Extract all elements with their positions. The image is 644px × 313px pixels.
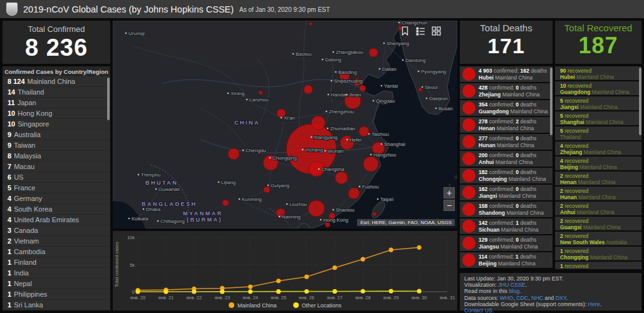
case-bubble-fujian[interactable]	[348, 188, 360, 199]
data-point[interactable]	[361, 257, 365, 261]
data-point[interactable]	[389, 289, 393, 293]
case-bubble-inner-mongolia[interactable]	[309, 23, 313, 26]
case-bubble-jiangxi[interactable]	[335, 172, 348, 184]
confirmed-row[interactable]: 8Malaysia	[3, 151, 110, 161]
confirmed-row[interactable]: 11Japan	[3, 98, 110, 108]
recovered-row[interactable]: 4 recoveredBeijing Mainland China	[555, 156, 641, 170]
confirmed-row[interactable]: 5France	[3, 183, 110, 193]
deaths-row[interactable]: 114 confirmed; 1 deathsBeijing Mainland …	[460, 252, 553, 268]
recovered-row[interactable]: 2 recoveredGuangxi Mainland China	[555, 217, 641, 230]
recovered-row[interactable]: 2 recoveredNew South Wales Australia	[555, 232, 641, 245]
info-link[interactable]: DXY	[556, 295, 566, 301]
legend-item-mainland-china[interactable]: Mainland China	[229, 302, 277, 309]
data-point[interactable]	[164, 289, 168, 294]
confirmed-row[interactable]: 10Singapore	[3, 119, 110, 129]
confirmed-row[interactable]: 9Australia	[3, 130, 110, 140]
info-link[interactable]: Contact US.	[464, 307, 494, 313]
data-point[interactable]	[304, 289, 309, 294]
confirmed-row[interactable]: 6US	[3, 172, 110, 182]
info-link[interactable]: blog	[509, 288, 519, 294]
zoom-in-button[interactable]: +	[444, 187, 455, 198]
deaths-row[interactable]: 277 confirmed; 0 deathsHunan Mainland Ch…	[460, 134, 553, 150]
map-panel[interactable]: CHINABHUTANBANGLADESHMYANMAR(BURMA)Urumq…	[113, 21, 457, 228]
data-point[interactable]	[220, 289, 224, 294]
data-point[interactable]	[276, 289, 281, 294]
case-bubble-zhejiang[interactable]	[363, 156, 378, 172]
data-point[interactable]	[276, 279, 281, 283]
case-bubble-gansu[interactable]	[259, 91, 262, 95]
data-point[interactable]	[361, 289, 365, 294]
confirmed-row[interactable]: 1Philippines	[3, 289, 110, 299]
info-link[interactable]: JHU CSSE	[498, 282, 526, 288]
recovered-row[interactable]: 5 recoveredThailand	[555, 126, 641, 140]
bookmark-icon[interactable]	[400, 26, 410, 36]
timeline-chart[interactable]: янв. 20янв. 21янв. 22янв. 23янв. 24янв. …	[113, 231, 457, 310]
deaths-row[interactable]: 200 confirmed; 0 deathsAnhui Mainland Ch…	[460, 151, 553, 167]
data-point[interactable]	[192, 289, 196, 294]
confirmed-row[interactable]: 2Vietnam	[3, 236, 110, 246]
case-bubble-yunnan[interactable]	[222, 200, 229, 206]
recovered-row[interactable]: 5 recoveredJiangxi Mainland China	[555, 96, 641, 110]
data-point[interactable]	[333, 265, 337, 270]
deaths-scrollbar[interactable]	[550, 68, 553, 135]
deaths-row[interactable]: 182 confirmed; 0 deathsChongqing Mainlan…	[460, 168, 553, 183]
deaths-row[interactable]: 162 confirmed; 0 deathsJiangxi Mainland …	[460, 185, 553, 200]
confirmed-row[interactable]: 1Nepal	[3, 279, 110, 289]
recovered-row[interactable]: 4 recoveredZhejiang Mainland China	[555, 141, 641, 155]
case-bubble-sichuan[interactable]	[228, 148, 239, 160]
recovered-row[interactable]: 10 recoveredGuangdong Mainland China	[555, 81, 641, 95]
recovered-row[interactable]: 5 recoveredShanghai Mainland China	[555, 111, 641, 125]
recovered-row[interactable]: 90 recoveredHubei Mainland China	[555, 66, 641, 80]
info-link[interactable]: Here	[588, 301, 600, 307]
case-bubble-guizhou[interactable]	[264, 187, 270, 193]
confirmed-row[interactable]: 4Germany	[3, 193, 110, 203]
deaths-row[interactable]: 4 903 confirmed; 162 deathsHubei Mainlan…	[460, 66, 553, 82]
data-point[interactable]	[389, 248, 393, 252]
confirmed-row[interactable]: 1Sri Lanka	[3, 300, 110, 310]
deaths-row[interactable]: 158 confirmed; 0 deathsShandong Mainland…	[460, 202, 553, 217]
recovered-row[interactable]: 2 recoveredHunan Mainland China	[555, 187, 641, 200]
case-bubble-liaoning[interactable]	[369, 48, 378, 57]
info-link[interactable]: NHC	[531, 295, 543, 301]
confirmed-row[interactable]: 10Hong Kong	[3, 108, 110, 118]
confirmed-row[interactable]: 1Finland	[3, 257, 110, 267]
deaths-row[interactable]: 278 confirmed; 2 deathsHenan Mainland Ch…	[460, 117, 553, 133]
data-point[interactable]	[304, 275, 309, 279]
recovered-row[interactable]: 1 recoveredChongqing Mainland China	[555, 247, 641, 260]
case-bubble-jiangsu[interactable]	[359, 126, 369, 136]
deaths-row[interactable]: 129 confirmed; 0 deathsJiangsu Mainland …	[460, 235, 553, 251]
confirmed-row[interactable]: 9Taiwan	[3, 140, 110, 150]
confirmed-row[interactable]: 4South Korea	[3, 204, 110, 214]
info-link[interactable]: CDC	[516, 295, 528, 301]
data-point[interactable]	[417, 289, 421, 293]
deaths-row[interactable]: 354 confirmed; 0 deathsGuangdong Mainlan…	[460, 100, 553, 116]
deaths-row[interactable]: 428 confirmed; 0 deathsZhejiang Mainland…	[460, 83, 553, 99]
map-canvas[interactable]: CHINABHUTANBANGLADESHMYANMAR(BURMA)Urumq…	[113, 21, 457, 228]
case-bubble-henan[interactable]	[311, 116, 325, 130]
basemap-grid-icon[interactable]	[432, 26, 441, 36]
deaths-row[interactable]: 142 confirmed; 1 deathsSichuan Mainland …	[460, 218, 553, 234]
case-bubble-guangdong[interactable]	[308, 200, 325, 217]
case-bubble-seoul[interactable]	[418, 88, 422, 91]
case-bubble-taiwan[interactable]	[373, 212, 377, 216]
data-point[interactable]	[333, 289, 337, 294]
recovered-scrollbar[interactable]	[639, 68, 641, 135]
zoom-out-button[interactable]: −	[444, 200, 455, 211]
case-bubble-tianjin[interactable]	[360, 85, 366, 91]
confirmed-row[interactable]: 7Macau	[3, 162, 110, 172]
confirmed-row[interactable]: 1Cambodia	[3, 247, 110, 257]
case-bubble-hong-kong[interactable]	[325, 222, 330, 227]
data-point[interactable]	[248, 289, 252, 294]
confirmed-row[interactable]: 3Canada	[3, 225, 110, 235]
confirmed-row[interactable]: 4United Arab Emirates	[3, 215, 110, 225]
info-link[interactable]: WHO	[500, 295, 514, 301]
confirmed-row[interactable]: 1India	[3, 268, 110, 278]
data-point[interactable]	[417, 245, 421, 250]
confirmed-scrollbar[interactable]	[107, 78, 110, 120]
confirmed-row[interactable]: 8 124Mainland China	[3, 76, 110, 86]
recovered-row[interactable]: 2 recoveredAnhui Mainland China	[555, 202, 641, 215]
data-point[interactable]	[135, 289, 140, 294]
data-point[interactable]	[248, 284, 252, 289]
confirmed-row[interactable]: 14Thailand	[3, 87, 110, 97]
legend-item-other-locations[interactable]: Other Locations	[293, 302, 342, 309]
